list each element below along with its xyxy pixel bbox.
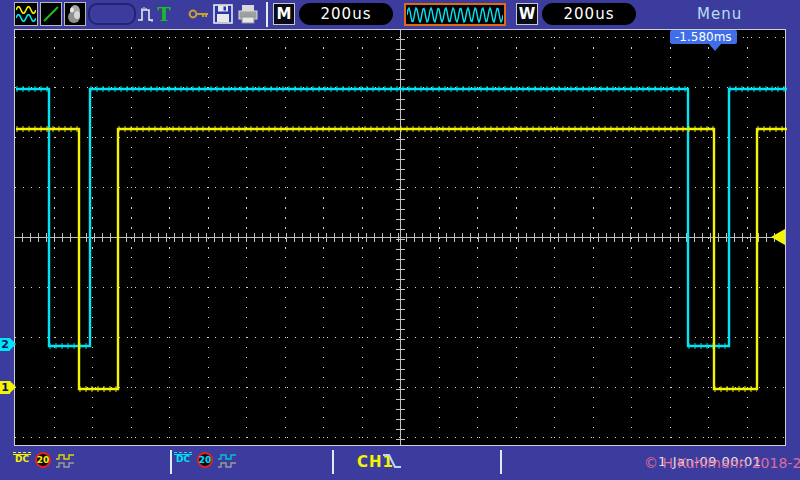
- waveform-traces: [1, 1, 800, 480]
- ch2-coupling-icon[interactable]: DC: [174, 452, 192, 463]
- statusbar-separator: [500, 450, 502, 474]
- ch2-marker-label: 2: [0, 338, 10, 351]
- falling-edge-icon: [382, 452, 402, 474]
- statusbar-separator: [170, 450, 172, 474]
- watermark: © H.Kuhlmann 2018-2025: [644, 455, 800, 471]
- horizontal-offset-badge[interactable]: -1.580ms: [670, 30, 737, 44]
- ch1-coupling-icon[interactable]: DC: [13, 452, 31, 463]
- bottom-status-bar: DC 20 1.00V DC 20 10.0V: [0, 446, 800, 480]
- ch2-marker-arrow-icon: [10, 338, 16, 350]
- ch1-bandwidth-value: 20: [37, 455, 50, 465]
- ch1-invert-waveform-icon[interactable]: [55, 454, 75, 473]
- trigger-level-marker[interactable]: [771, 229, 785, 245]
- statusbar-separator: [332, 450, 334, 474]
- oscilloscope-screen: T M 200us: [0, 0, 800, 480]
- ch2-position-marker[interactable]: 2: [0, 338, 16, 351]
- ch2-bandwidth-value: 20: [199, 455, 212, 465]
- ch2-invert-waveform-icon[interactable]: [217, 454, 237, 473]
- graticule: -1.580ms: [14, 29, 786, 446]
- ch1-coupling-label: DC: [15, 454, 29, 464]
- ch1-marker-arrow-icon: [10, 381, 16, 393]
- ch1-marker-label: 1: [0, 381, 10, 394]
- horizontal-offset-pointer[interactable]: [709, 44, 721, 51]
- ch1-bandwidth-limit-badge[interactable]: 20: [35, 452, 51, 468]
- ch1-position-marker[interactable]: 1: [0, 381, 16, 394]
- ch2-bandwidth-limit-badge[interactable]: 20: [197, 452, 213, 468]
- ch2-coupling-label: DC: [176, 454, 190, 464]
